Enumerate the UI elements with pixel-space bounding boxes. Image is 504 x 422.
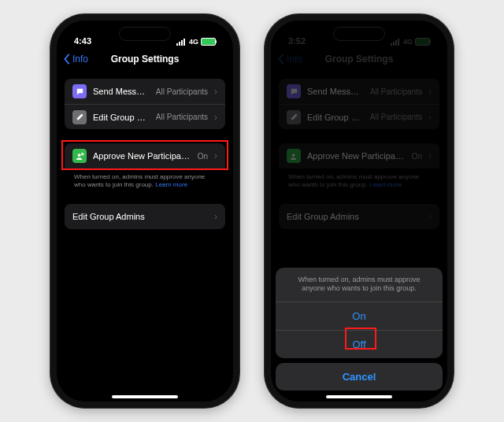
screen: 4:43 4G Info Group Settings Send Messag xyxy=(57,20,233,402)
row-value: All Participants xyxy=(370,113,422,121)
row-edit-admins: Edit Group Admins › xyxy=(279,204,439,229)
row-label: Edit Group Settings xyxy=(93,113,150,122)
status-right: 4G xyxy=(391,38,430,46)
chevron-right-icon: › xyxy=(428,211,432,222)
chevron-right-icon: › xyxy=(214,211,217,222)
chevron-right-icon: › xyxy=(214,112,217,123)
phone-left: 4:43 4G Info Group Settings Send Messag xyxy=(50,14,239,408)
status-time: 4:43 xyxy=(74,36,91,46)
row-approve-participants: Approve New Participants On › xyxy=(279,143,439,168)
signal-icon xyxy=(176,39,185,46)
approve-icon xyxy=(72,149,87,163)
row-label: Edit Group Settings xyxy=(307,113,364,122)
approve-icon xyxy=(287,149,301,163)
admins-group: Edit Group Admins › xyxy=(65,204,225,229)
learn-more-link[interactable]: Learn more xyxy=(155,181,187,188)
svg-point-2 xyxy=(291,154,295,157)
chevron-right-icon: › xyxy=(428,86,432,97)
approve-group: Approve New Participants On › When turne… xyxy=(65,143,225,190)
phone-right: 3:52 4G Info Group Settings Send Messag xyxy=(265,14,454,408)
chat-icon xyxy=(72,84,87,98)
sheet-option-on[interactable]: On xyxy=(276,302,443,331)
back-label: Info xyxy=(287,54,302,65)
row-value: All Participants xyxy=(156,87,208,96)
row-label: Send Messages xyxy=(307,87,364,96)
row-label: Send Messages xyxy=(93,87,150,96)
chat-icon xyxy=(287,84,301,98)
chevron-left-icon xyxy=(63,54,71,65)
permissions-group: Send Messages All Participants › Edit Gr… xyxy=(65,79,225,129)
battery-icon xyxy=(201,38,216,46)
back-button[interactable]: Info xyxy=(63,54,88,65)
nav-title: Group Settings xyxy=(325,54,394,65)
sheet-cancel-button[interactable]: Cancel xyxy=(276,363,443,391)
row-label: Edit Group Admins xyxy=(287,212,422,221)
row-edit-settings: Edit Group Settings All Participants › xyxy=(279,104,439,129)
row-edit-settings[interactable]: Edit Group Settings All Participants › xyxy=(65,104,225,129)
row-send-messages: Send Messages All Participants › xyxy=(279,79,439,104)
row-value: On xyxy=(412,152,422,161)
network-label: 4G xyxy=(189,38,198,46)
admins-group: Edit Group Admins › xyxy=(279,204,439,229)
battery-icon xyxy=(415,38,430,46)
row-value: All Participants xyxy=(370,87,422,96)
dynamic-island xyxy=(119,27,171,41)
home-indicator[interactable] xyxy=(112,395,178,398)
action-sheet: When turned on, admins must approve anyo… xyxy=(276,268,443,391)
signal-icon xyxy=(391,39,399,46)
status-right: 4G xyxy=(176,38,216,46)
learn-more-link: Learn more xyxy=(369,181,402,188)
chevron-right-icon: › xyxy=(214,150,217,161)
row-label: Approve New Participants xyxy=(93,151,191,161)
nav-bar: Info Group Settings xyxy=(57,47,233,71)
nav-bar: Info Group Settings xyxy=(271,47,447,71)
approve-description: When turned on, admins must approve anyo… xyxy=(65,168,225,190)
status-time: 3:52 xyxy=(288,36,306,46)
pencil-icon xyxy=(287,110,301,124)
row-label: Approve New Participants xyxy=(307,151,406,161)
pencil-icon xyxy=(72,110,87,124)
row-send-messages[interactable]: Send Messages All Participants › xyxy=(65,79,225,104)
dynamic-island xyxy=(333,27,385,41)
chevron-left-icon xyxy=(277,54,285,65)
approve-group: Approve New Participants On › When turne… xyxy=(279,143,439,190)
back-button[interactable]: Info xyxy=(277,54,302,65)
row-value: All Participants xyxy=(156,113,208,121)
row-label: Edit Group Admins xyxy=(72,212,208,221)
network-label: 4G xyxy=(403,38,413,46)
nav-title: Group Settings xyxy=(111,54,180,65)
chevron-right-icon: › xyxy=(428,112,432,123)
approve-description: When turned on, admins must approve anyo… xyxy=(279,168,439,190)
row-approve-participants[interactable]: Approve New Participants On › xyxy=(65,143,225,168)
row-edit-admins[interactable]: Edit Group Admins › xyxy=(65,204,225,229)
screen: 3:52 4G Info Group Settings Send Messag xyxy=(271,20,447,402)
permissions-group: Send Messages All Participants › Edit Gr… xyxy=(279,79,439,129)
chevron-right-icon: › xyxy=(214,86,217,97)
sheet-header: When turned on, admins must approve anyo… xyxy=(276,268,443,302)
row-value: On xyxy=(198,152,208,161)
sheet-option-off[interactable]: Off xyxy=(276,331,443,358)
sheet-body: When turned on, admins must approve anyo… xyxy=(276,268,443,358)
content: Send Messages All Participants › Edit Gr… xyxy=(57,79,233,402)
chevron-right-icon: › xyxy=(428,150,432,161)
back-label: Info xyxy=(72,54,88,65)
home-indicator[interactable] xyxy=(326,395,392,398)
svg-point-0 xyxy=(77,154,80,157)
